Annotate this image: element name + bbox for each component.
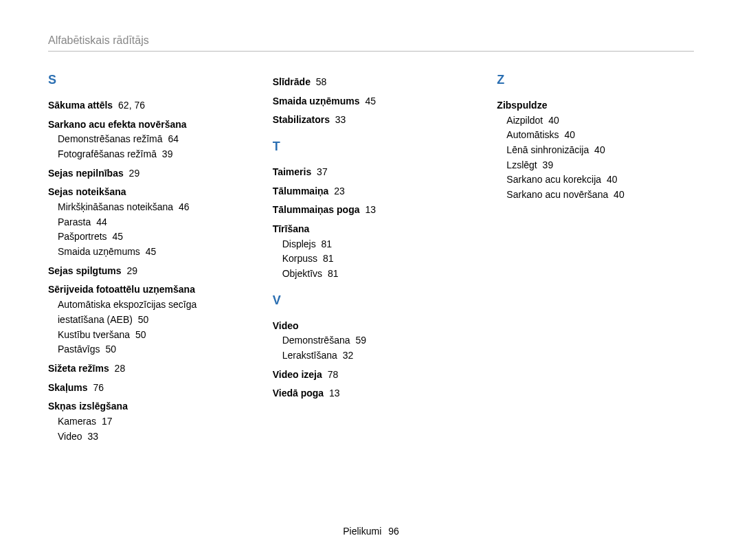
index-entry[interactable]: Video [273, 319, 470, 334]
index-subentry[interactable]: Sarkano acu novēršana 40 [506, 188, 694, 203]
subentry-pages: 40 [548, 115, 559, 126]
entry-label: Taimeris [273, 166, 312, 177]
index-subentry[interactable]: Automātisks 40 [506, 128, 694, 143]
index-entry[interactable]: Tālummaiņa 23 [273, 184, 470, 199]
index-subentry[interactable]: Sarkano acu korekcija 40 [506, 172, 694, 188]
index-subentry[interactable]: Displejs 81 [282, 237, 470, 252]
entry-label: Sejas spilgtums [48, 265, 122, 276]
index-entry[interactable]: Sejas spilgtums 29 [48, 264, 245, 279]
section-letter: Z [497, 71, 694, 90]
subentry-label: Korpuss [282, 253, 317, 264]
index-entry[interactable]: Sejas nepilnības 29 [48, 166, 245, 181]
index-entry[interactable]: Sižeta režīms 28 [48, 361, 245, 377]
index-entry[interactable]: Sākuma attēls 62, 76 [48, 98, 245, 113]
index-entry[interactable]: Stabilizators 33 [273, 113, 470, 128]
subentry-pages: 50 [135, 329, 146, 340]
index-entry[interactable]: Sejas noteikšana [48, 185, 245, 200]
entry-pages: 33 [335, 114, 346, 125]
index-column-3: Z Zibspuldze Aizpildot 40 Automātisks 40… [497, 71, 694, 448]
index-entry[interactable]: Smaida uzņēmums 45 [273, 94, 470, 109]
subentry-label: Sarkano acu novēršana [506, 189, 608, 200]
subentry-label: Kustību tveršana [58, 329, 130, 340]
entry-label: Sākuma attēls [48, 100, 113, 111]
subentry-label: Pašportrets [58, 231, 107, 242]
index-entry[interactable]: Video izeja 78 [273, 368, 470, 383]
index-entry[interactable]: Taimeris 37 [273, 165, 470, 180]
index-subentry[interactable]: Aizpildot 40 [506, 113, 694, 128]
entry-label: Viedā poga [273, 388, 324, 399]
index-entry[interactable]: Sērijveida fotoattēlu uzņemšana [48, 282, 245, 298]
index-subentry[interactable]: Parasta 44 [58, 215, 245, 230]
index-columns: S Sākuma attēls 62, 76 Sarkano acu efekt… [48, 71, 694, 448]
entry-pages: 76 [93, 382, 104, 393]
subentry-pages: 81 [328, 268, 339, 279]
index-subentry[interactable]: Mirkšķināšanas noteikšana 46 [58, 200, 245, 215]
entry-pages: 37 [317, 166, 328, 177]
entry-pages: 28 [115, 363, 126, 374]
subentry-label: Objektīvs [282, 268, 322, 279]
subentry-label: Parasta [58, 216, 91, 227]
subentry-label: Fotografēšanas režīmā [58, 148, 157, 159]
index-subentry[interactable]: Automātiska ekspozīcijas secīga iestatīš… [58, 298, 245, 327]
subentry-label: Lerakstīšana [282, 350, 337, 361]
index-subentry[interactable]: Smaida uzņēmums 45 [58, 245, 245, 260]
index-subentry[interactable]: Lzslēgt 39 [506, 158, 694, 173]
subentry-label: Displejs [282, 238, 316, 249]
entry-label: Video [273, 320, 299, 331]
subentry-pages: 40 [594, 144, 605, 155]
entry-pages: 62, 76 [118, 100, 145, 111]
index-subentry[interactable]: Video 33 [58, 429, 245, 445]
entry-label: Tālummaiņas poga [273, 204, 360, 215]
subentry-pages: 45 [112, 231, 123, 242]
entry-label: Sarkano acu efekta novēršana [48, 119, 187, 130]
subentry-pages: 44 [96, 216, 107, 227]
index-entry[interactable]: Viedā poga 13 [273, 386, 470, 401]
section-letter: S [48, 71, 245, 90]
index-subentry[interactable]: Lēnā sinhronizācija 40 [506, 143, 694, 158]
subentry-label: Mirkšķināšanas noteikšana [58, 201, 173, 212]
subentry-pages: 45 [146, 246, 157, 257]
index-subentry[interactable]: Korpuss 81 [282, 251, 470, 267]
entry-label: Video izeja [273, 369, 322, 380]
section-letter: T [273, 137, 470, 157]
subentry-label: Aizpildot [506, 115, 543, 126]
index-subentry[interactable]: Pastāvīgs 50 [58, 342, 245, 357]
entry-label: Sejas nepilnības [48, 168, 124, 179]
subentry-label: Kameras [58, 416, 96, 427]
index-entry[interactable]: Skņas izslēgšana [48, 399, 245, 414]
index-entry[interactable]: Zibspuldze [497, 98, 694, 113]
index-entry[interactable]: Tīrīšana [273, 222, 470, 237]
index-subentry[interactable]: Demonstrēšanas režīmā 64 [58, 132, 245, 147]
subentry-label: Demonstrēšana [282, 335, 350, 346]
entry-label: Sejas noteikšana [48, 186, 126, 197]
entry-label: Slīdrāde [273, 76, 311, 87]
entry-label: Sižeta režīms [48, 363, 109, 374]
index-subentry[interactable]: Demonstrēšana 59 [282, 333, 470, 348]
subentry-pages: 81 [323, 253, 334, 264]
entry-label: Sērijveida fotoattēlu uzņemšana [48, 284, 195, 295]
subentry-label: Automātisks [506, 129, 559, 140]
index-entry[interactable]: Tālummaiņas poga 13 [273, 203, 470, 218]
entry-label: Skņas izslēgšana [48, 401, 128, 412]
index-subentry[interactable]: Pašportrets 45 [58, 229, 245, 245]
index-subentry[interactable]: Lerakstīšana 32 [282, 348, 470, 363]
index-entry[interactable]: Slīdrāde 58 [273, 75, 470, 90]
entry-pages: 29 [126, 265, 137, 276]
index-subentry[interactable]: Kustību tveršana 50 [58, 328, 245, 343]
entry-pages: 78 [328, 369, 339, 380]
entry-label: Smaida uzņēmums [273, 96, 360, 107]
entry-pages: 58 [316, 76, 327, 87]
index-entry[interactable]: Skaļums 76 [48, 381, 245, 396]
index-subentry[interactable]: Objektīvs 81 [282, 267, 470, 282]
subentry-pages: 59 [355, 335, 366, 346]
subentry-pages: 50 [105, 344, 116, 355]
page-footer: Pielikumi 96 [0, 526, 742, 537]
entry-pages: 13 [329, 388, 340, 399]
index-subentry[interactable]: Fotografēšanas režīmā 39 [58, 147, 245, 162]
subentry-pages: 46 [179, 201, 190, 212]
subentry-pages: 39 [162, 148, 173, 159]
entry-label: Stabilizators [273, 114, 330, 125]
index-subentry[interactable]: Kameras 17 [58, 414, 245, 429]
entry-label: Zibspuldze [497, 100, 547, 111]
index-entry[interactable]: Sarkano acu efekta novēršana [48, 117, 245, 133]
